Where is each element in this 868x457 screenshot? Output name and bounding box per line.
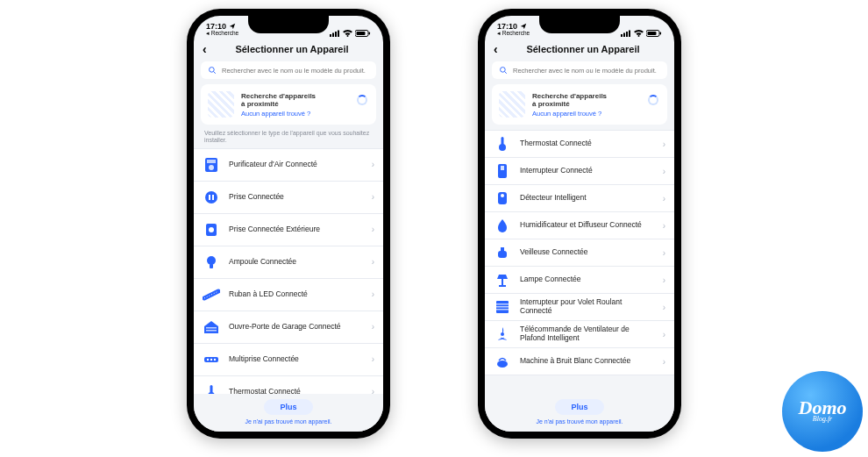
svg-point-36 bbox=[347, 35, 349, 37]
outdoor-plug-icon bbox=[203, 221, 220, 239]
phone-right: 17:10 ◂ Recherche ‹ Sélectionner un Appa… bbox=[478, 9, 681, 439]
svg-line-41 bbox=[214, 72, 216, 74]
device-row[interactable]: Lampe Connectée› bbox=[485, 267, 674, 294]
discovery-card[interactable]: Recherche d'appareilsà proximité Aucun a… bbox=[492, 84, 667, 125]
device-row[interactable]: Veilleuse Connectée› bbox=[485, 239, 674, 267]
battery-icon bbox=[646, 30, 662, 37]
search-icon bbox=[208, 66, 217, 75]
discovery-title: Recherche d'appareilsà proximité bbox=[532, 92, 607, 108]
chevron-right-icon: › bbox=[372, 160, 374, 169]
search-input[interactable] bbox=[222, 67, 369, 75]
chevron-right-icon: › bbox=[663, 303, 665, 312]
device-row[interactable]: Multiprise Connectée› bbox=[194, 344, 383, 376]
chevron-right-icon: › bbox=[663, 221, 665, 231]
watermark-logo: Domo Blog.fr bbox=[782, 371, 863, 452]
svg-rect-43 bbox=[623, 33, 625, 38]
switch-icon bbox=[494, 162, 511, 180]
device-row[interactable]: Interrupteur Connecté› bbox=[485, 158, 674, 185]
chevron-right-icon: › bbox=[372, 387, 374, 394]
search-icon bbox=[499, 66, 508, 75]
device-row[interactable]: Prise Connectée Extérieure› bbox=[194, 214, 383, 246]
search-box[interactable] bbox=[492, 61, 667, 79]
device-label: Lampe Connectée bbox=[520, 275, 654, 284]
chevron-right-icon: › bbox=[372, 225, 374, 234]
svg-line-51 bbox=[505, 72, 507, 74]
device-row[interactable]: Détecteur Intelligent› bbox=[485, 185, 674, 212]
wifi-icon bbox=[634, 30, 644, 37]
device-row[interactable]: Ruban à LED Connecté› bbox=[194, 279, 383, 311]
battery-icon bbox=[355, 30, 371, 37]
chevron-right-icon: › bbox=[663, 139, 665, 149]
discovery-link[interactable]: Aucun appareil trouvé ? bbox=[241, 110, 316, 118]
device-row[interactable]: Thermostat Connecté› bbox=[485, 130, 674, 158]
cellular-icon bbox=[621, 30, 631, 37]
loading-spinner-icon bbox=[648, 95, 658, 105]
sensor-icon bbox=[494, 189, 511, 207]
svg-rect-38 bbox=[357, 32, 366, 35]
loading-spinner-icon bbox=[357, 95, 367, 105]
thermostat-icon bbox=[494, 135, 511, 153]
svg-rect-45 bbox=[629, 31, 630, 38]
led-strip-icon bbox=[203, 286, 220, 303]
page-title: Sélectionner un Appareil bbox=[210, 44, 374, 54]
device-row[interactable]: Prise Connectée› bbox=[194, 182, 383, 214]
device-list[interactable]: Thermostat Connecté›Interrupteur Connect… bbox=[485, 130, 674, 394]
chevron-right-icon: › bbox=[372, 257, 374, 267]
not-found-link[interactable]: Je n'ai pas trouvé mon appareil. bbox=[245, 418, 331, 425]
screen-footer: Plus Je n'ai pas trouvé mon appareil. bbox=[485, 394, 674, 432]
svg-rect-32 bbox=[330, 34, 331, 37]
phone-left: 17:10 ◂ Recherche ‹ Sélectionner un Appa… bbox=[187, 9, 390, 439]
device-row[interactable]: Humidificateur et Diffuseur Connecté› bbox=[485, 212, 674, 239]
more-button[interactable]: Plus bbox=[555, 399, 603, 415]
chevron-right-icon: › bbox=[372, 289, 374, 299]
device-label: Ampoule Connectée bbox=[229, 258, 363, 267]
nightlight-icon bbox=[494, 244, 511, 261]
device-label: Télécommande de Ventilateur de Plafond I… bbox=[520, 325, 654, 343]
shutter-icon bbox=[494, 298, 511, 316]
device-row[interactable]: Thermostat Connecté› bbox=[194, 376, 383, 394]
device-row[interactable]: Machine à Bruit Blanc Connectée› bbox=[485, 348, 674, 375]
bulb-icon bbox=[203, 253, 220, 271]
cellular-icon bbox=[330, 30, 340, 37]
search-box[interactable] bbox=[201, 61, 376, 79]
chevron-right-icon: › bbox=[663, 330, 665, 339]
device-list[interactable]: Purificateur d'Air Connecté›Prise Connec… bbox=[194, 148, 383, 394]
device-label: Thermostat Connecté bbox=[229, 388, 363, 394]
svg-rect-42 bbox=[621, 34, 623, 37]
not-found-link[interactable]: Je n'ai pas trouvé mon appareil. bbox=[536, 418, 623, 425]
chevron-right-icon: › bbox=[663, 357, 665, 367]
discovery-card[interactable]: Recherche d'appareilsà proximité Aucun a… bbox=[201, 84, 376, 125]
device-label: Interrupteur pour Volet Roulant Connecté bbox=[520, 298, 654, 316]
instruction-text: Veuillez sélectionner le type de l'appar… bbox=[194, 130, 383, 148]
device-label: Détecteur Intelligent bbox=[520, 194, 654, 203]
chevron-right-icon: › bbox=[663, 275, 665, 285]
status-back[interactable]: ◂ Recherche bbox=[497, 31, 530, 37]
device-label: Interrupteur Connecté bbox=[520, 167, 654, 175]
svg-rect-49 bbox=[660, 32, 662, 35]
device-row[interactable]: Ouvre-Porte de Garage Connecté› bbox=[194, 311, 383, 344]
device-row[interactable]: Purificateur d'Air Connecté› bbox=[194, 148, 383, 182]
search-input[interactable] bbox=[513, 67, 660, 75]
notch bbox=[248, 16, 329, 33]
status-back[interactable]: ◂ Recherche bbox=[206, 31, 238, 37]
air-purifier-icon bbox=[203, 156, 220, 174]
device-label: Humidificateur et Diffuseur Connecté bbox=[520, 221, 654, 230]
chevron-right-icon: › bbox=[663, 194, 665, 204]
more-button[interactable]: Plus bbox=[264, 399, 312, 415]
discovery-link[interactable]: Aucun appareil trouvé ? bbox=[532, 110, 607, 118]
device-row[interactable]: Interrupteur pour Volet Roulant Connecté… bbox=[485, 294, 674, 321]
chevron-right-icon: › bbox=[372, 322, 374, 332]
screen-footer: Plus Je n'ai pas trouvé mon appareil. bbox=[194, 394, 383, 432]
svg-rect-39 bbox=[369, 32, 371, 35]
device-label: Prise Connectée Extérieure bbox=[229, 225, 363, 234]
screen-header: ‹ Sélectionner un Appareil bbox=[485, 39, 674, 61]
device-row[interactable]: Télécommande de Ventilateur de Plafond I… bbox=[485, 321, 674, 348]
thermostat-icon bbox=[203, 383, 220, 394]
lamp-icon bbox=[494, 271, 511, 289]
wifi-icon bbox=[343, 30, 352, 37]
device-label: Prise Connectée bbox=[229, 193, 363, 202]
notch bbox=[539, 16, 620, 33]
device-row[interactable]: Ampoule Connectée› bbox=[194, 246, 383, 279]
fan-remote-icon bbox=[494, 325, 511, 343]
chevron-right-icon: › bbox=[663, 248, 665, 258]
